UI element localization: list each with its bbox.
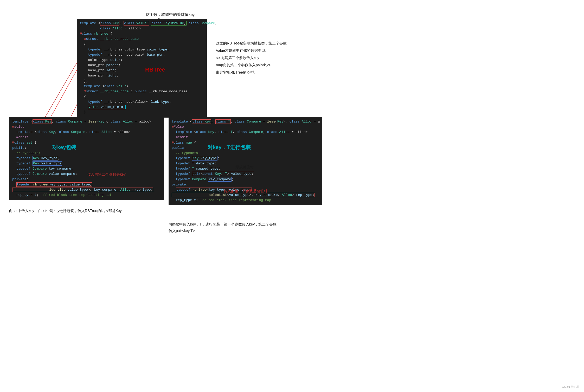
code-line-16: ⊟struct __rb_tree_node : public __rb_tre… — [80, 89, 204, 94]
bl-line-5: ⊟class set { — [12, 140, 161, 145]
bl-line-1: template <class Key, class Compare = les… — [12, 119, 161, 124]
set-bottom-text: 向set中传入key，在set中对key进行包装，传入RBTree的k，v都是K… — [9, 209, 122, 213]
code-line-18: typedef __rb_tree_node<Value>* link_type… — [80, 99, 204, 105]
br-line-15: private: — [172, 182, 319, 187]
br-line-12: typedef pair<const Key, T> value_type; — [172, 171, 319, 177]
code-line-3: ⊟class rb_tree { — [80, 31, 204, 36]
map-key-wrap-text: 对key，T进行包装 — [208, 144, 251, 150]
bl-line-7: // typedefs: — [12, 151, 161, 156]
set-bottom-label: 向set中传入key，在set中对key进行包装，传入RBTree的k，v都是K… — [9, 208, 122, 214]
map-bottom-l3: 传入pair<key,T> — [169, 229, 195, 233]
br-line-18: rep_type t; // red-black tree representi… — [172, 198, 319, 203]
set-key-wrap-text: 对key包装 — [52, 144, 76, 150]
right-ann-l4: map向其第二个参数传入pair<k,v> — [216, 63, 271, 67]
code-line-1: template <class Key, class Value, class … — [80, 21, 204, 26]
bl-line-4: #endif — [12, 135, 161, 140]
watermark-text: CSDN 学习村 — [562, 385, 579, 388]
bl-line-9: typedef Key key_type; — [12, 156, 161, 161]
right-ann-l5: 由此实现RBTree的泛型。 — [216, 70, 258, 74]
code-line-11: base_ptr left; — [80, 68, 204, 73]
code-line-7: typedef __rb_tree_node_base* base_ptr; — [80, 52, 204, 57]
page-container: 仿函数，取树中的关键值key template <class Key, clas… — [0, 0, 584, 392]
code-line-20: } — [80, 110, 204, 115]
map-param-text: 形成键值对 — [235, 165, 254, 169]
br-line-3: template <class Key, class T, class Comp… — [172, 130, 319, 135]
code-line-10: base_ptr parent; — [80, 63, 204, 68]
map-bottom-label: 向map中传入key，T，进行包装；第一个参数传入key，第二个参数 传入pai… — [169, 221, 277, 234]
rbtree-label: RBTree — [145, 65, 165, 75]
map-key-wrap-label: 对key，T进行包装 — [208, 143, 251, 152]
bl-line-11: typedef Compare key_compare; — [12, 166, 161, 171]
code-line-12: base_ptr right; — [80, 73, 204, 78]
watermark: CSDN 学习村 — [562, 385, 579, 389]
bl-line-10: typedef Key value_type; — [12, 161, 161, 166]
code-line-9: color_type color; — [80, 57, 204, 63]
right-annotation: 这里的RBTree被实现为模板类，第二个参数 Value才是树中存储的数据类型。… — [216, 40, 287, 76]
map-bottom-param-text: 传入的第二个参数是键值对 — [224, 189, 267, 193]
code-line-19: Value value_field; — [80, 105, 204, 110]
code-line-5: { — [80, 42, 204, 47]
br-line-9: typedef Key key_type; — [172, 156, 319, 161]
bl-line-6: public: — [12, 145, 161, 151]
br-line-1: template <class Key, class T, class Comp… — [172, 119, 319, 124]
code-line-2: class Alloc = alloc> — [80, 26, 204, 31]
bl-line-15: identity<value_type>, key_compare, Alloc… — [12, 187, 161, 192]
rbtree-label-text: RBTree — [145, 66, 165, 73]
top-annotation: 仿函数，取树中的关键值key — [146, 11, 195, 18]
bl-line-3: template <class Key, class Compare, clas… — [12, 130, 161, 135]
code-line-15: template <class Value> — [80, 84, 204, 89]
code-line-17: { — [80, 94, 204, 99]
map-bottom-l2: 向map中传入key，T，进行包装；第一个参数传入key，第二个参数 — [169, 222, 277, 226]
br-line-4: #endif — [172, 135, 319, 140]
bl-line-2: ⊟#else — [12, 124, 161, 130]
br-line-13: typedef Compare key_compare; — [172, 177, 319, 182]
code-line-4: ⊟struct __rb_tree_node_base — [80, 36, 204, 42]
bl-line-14: typedef rb_tree<key_type, value_type, — [12, 182, 161, 187]
code-line-6: typedef __rb_tree_color_type color_type; — [80, 47, 204, 52]
set-param-label: 传入的第二个参数是key — [87, 171, 126, 178]
map-bottom-param-label: 传入的第二个参数是键值对 — [224, 188, 267, 194]
right-ann-l2: Value才是树中存储的数据类型。 — [216, 48, 269, 53]
set-key-wrap-label: 对key包装 — [52, 143, 76, 152]
code-line-13: }; — [80, 79, 204, 84]
bottom-left-code-panel: template <class Key, class Compare = les… — [9, 117, 164, 200]
right-ann-l3: set向其第二个参数传入key， — [216, 56, 263, 60]
bl-line-16: rep_type t; // red-black tree representi… — [12, 192, 161, 198]
top-annotation-text: 仿函数，取树中的关键值key — [146, 12, 195, 17]
br-line-2: ⊟#else — [172, 124, 319, 130]
right-ann-l1: 这里的RBTree被实现为模板类，第二个参数 — [216, 41, 287, 45]
bl-line-12: typedef Compare value_compare; — [12, 171, 161, 177]
map-param-label: 形成键值对 — [235, 164, 254, 170]
set-param-text: 传入的第二个参数是key — [87, 172, 126, 176]
bl-line-13: private: — [12, 177, 161, 182]
top-code-panel: template <class Key, class Value, class … — [77, 19, 207, 118]
